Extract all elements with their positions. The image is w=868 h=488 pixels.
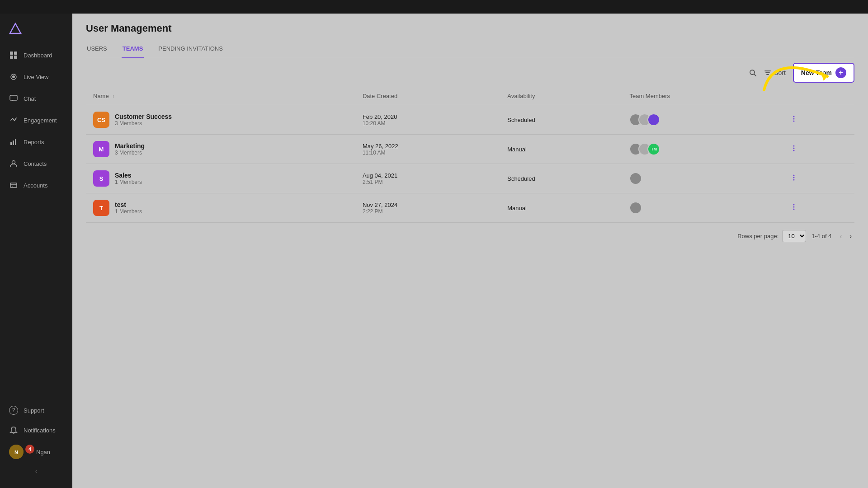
user-avatar: N	[9, 445, 24, 459]
svg-point-19	[793, 118, 795, 120]
date-secondary: 2:51 PM	[363, 179, 493, 185]
page-info: 1-4 of 4	[811, 233, 831, 239]
member-avatars	[629, 202, 774, 214]
table-row: M Marketing 3 Members May 26, 2022 11:10…	[86, 135, 854, 164]
sidebar-item-label-support: Support	[24, 407, 44, 414]
svg-point-27	[793, 204, 795, 206]
row-settings-button[interactable]	[788, 143, 799, 155]
team-name-cell: M Marketing 3 Members	[86, 135, 355, 164]
sort-button[interactable]: Sort	[764, 69, 786, 76]
sidebar-item-accounts[interactable]: Accounts	[0, 174, 72, 196]
date-created-cell: May 26, 2022 11:10 AM	[355, 135, 500, 164]
live-view-icon	[9, 72, 18, 81]
top-bar	[0, 0, 868, 14]
tab-teams[interactable]: TEAMS	[122, 42, 144, 58]
svg-point-11	[12, 161, 15, 164]
team-name: Marketing	[115, 142, 145, 150]
svg-text:N: N	[14, 450, 18, 455]
member-avatar	[629, 172, 642, 185]
new-team-button[interactable]: New Team +	[793, 63, 854, 83]
sidebar-item-label-reports: Reports	[24, 139, 44, 145]
team-name: Sales	[115, 172, 142, 179]
rows-per-page: Rows per page: 10 25 50	[737, 230, 806, 242]
header-right-area: Sort New Team +	[72, 58, 868, 87]
members-cell	[622, 193, 781, 223]
teams-table: Name ↑ Date Created Availability Team Me…	[86, 87, 854, 223]
rows-per-page-select[interactable]: 10 25 50	[782, 230, 806, 242]
svg-point-28	[793, 206, 795, 208]
sidebar-item-label-live-view: Live View	[24, 74, 48, 80]
member-avatars: TM	[629, 143, 774, 155]
contacts-icon	[9, 159, 18, 168]
sidebar-item-label-engagement: Engagement	[24, 117, 57, 124]
svg-point-18	[793, 116, 795, 117]
member-avatars	[629, 113, 774, 126]
row-settings-button[interactable]	[788, 172, 799, 185]
tab-pending-invitations[interactable]: PENDING INVITATIONS	[157, 42, 224, 58]
row-settings-button[interactable]	[788, 113, 799, 126]
svg-rect-9	[13, 141, 14, 145]
user-name: Ngan	[36, 449, 50, 455]
sidebar: Dashboard Live View Chat	[0, 14, 72, 488]
page-nav: ‹ ›	[837, 230, 854, 242]
user-profile[interactable]: N 4 Ngan	[0, 440, 72, 464]
date-secondary: 2:22 PM	[363, 208, 493, 215]
svg-point-29	[793, 209, 795, 210]
svg-point-21	[793, 145, 795, 147]
next-page-button[interactable]: ›	[847, 230, 854, 242]
svg-rect-3	[10, 56, 13, 59]
svg-rect-13	[12, 186, 13, 187]
search-button[interactable]	[749, 69, 757, 77]
svg-point-20	[793, 121, 795, 122]
member-avatars	[629, 172, 774, 185]
col-name[interactable]: Name ↑	[86, 87, 355, 105]
sidebar-bottom: ? Support Notifications N	[0, 400, 72, 488]
svg-point-24	[793, 175, 795, 176]
pagination: Rows per page: 10 25 50 1-4 of 4 ‹ ›	[86, 223, 854, 249]
accounts-icon	[9, 181, 18, 190]
svg-rect-10	[15, 139, 16, 145]
member-avatar: TM	[647, 143, 660, 155]
date-created-cell: Nov 27, 2024 2:22 PM	[355, 193, 500, 223]
date-created-cell: Aug 04, 2021 2:51 PM	[355, 164, 500, 193]
collapse-icon: ‹	[35, 468, 37, 474]
sidebar-item-live-view[interactable]: Live View	[0, 66, 72, 88]
team-members-count: 3 Members	[115, 120, 172, 127]
sidebar-item-chat[interactable]: Chat	[0, 88, 72, 109]
sidebar-item-notifications[interactable]: Notifications	[0, 420, 72, 440]
logo[interactable]	[0, 18, 72, 44]
sidebar-item-dashboard[interactable]: Dashboard	[0, 44, 72, 66]
page-header: User Management USERS TEAMS PENDING INVI…	[72, 14, 868, 58]
members-cell	[622, 105, 781, 135]
team-name-cell: CS Customer Success 3 Members	[86, 105, 355, 135]
svg-point-22	[793, 148, 795, 149]
date-primary: Feb 20, 2020	[363, 113, 493, 120]
tabs: USERS TEAMS PENDING INVITATIONS	[86, 42, 854, 58]
col-team-members: Team Members	[622, 87, 781, 105]
member-avatar	[647, 113, 660, 126]
sort-arrow-name: ↑	[112, 94, 114, 99]
row-settings-button[interactable]	[788, 202, 799, 214]
content-area: Name ↑ Date Created Availability Team Me…	[72, 87, 868, 488]
member-avatar	[629, 202, 642, 214]
prev-page-button[interactable]: ‹	[837, 230, 844, 242]
sidebar-item-contacts[interactable]: Contacts	[0, 153, 72, 174]
collapse-sidebar-button[interactable]: ‹	[0, 464, 72, 479]
notifications-icon	[9, 426, 18, 435]
svg-rect-4	[14, 56, 17, 59]
new-team-label: New Team	[801, 69, 832, 76]
action-cell	[781, 164, 854, 193]
sidebar-item-engagement[interactable]: Engagement	[0, 109, 72, 131]
col-availability: Availability	[500, 87, 622, 105]
action-cell	[781, 105, 854, 135]
sidebar-item-label-notifications: Notifications	[24, 427, 56, 434]
tab-users[interactable]: USERS	[86, 42, 108, 58]
sidebar-item-support[interactable]: ? Support	[0, 400, 72, 420]
sidebar-item-label-accounts: Accounts	[24, 182, 47, 189]
table-row: S Sales 1 Members Aug 04, 2021 2:51 PM S…	[86, 164, 854, 193]
main-content: User Management USERS TEAMS PENDING INVI…	[72, 14, 868, 488]
team-avatar: S	[93, 170, 109, 187]
team-members-count: 1 Members	[115, 179, 142, 185]
sidebar-item-reports[interactable]: Reports	[0, 131, 72, 153]
team-avatar: T	[93, 200, 109, 216]
